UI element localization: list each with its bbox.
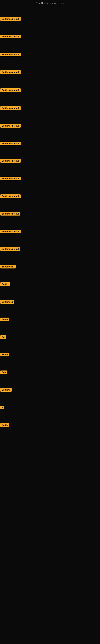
bottleneck-badge-15[interactable]: Bottleneck r [0,265,16,268]
bottleneck-badge-9[interactable]: Bottleneck result [0,159,21,162]
bottleneck-badge-23[interactable]: B [0,406,4,409]
bottleneck-badge-10[interactable]: Bottleneck result [0,177,21,180]
bottleneck-badge-16[interactable]: Bottlen [0,282,10,286]
bottleneck-badge-22[interactable]: Bottlene [0,388,12,392]
bottleneck-badge-21[interactable]: Bott [0,370,7,374]
badges-container: Bottleneck resultBottleneck resultBottle… [0,6,100,644]
site-title-container: TheBottlenecker.com [0,0,100,6]
bottleneck-badge-8[interactable]: Bottleneck result [0,142,21,145]
bottleneck-badge-3[interactable]: Bottleneck result [0,53,21,56]
bottleneck-badge-17[interactable]: Bottleneck [0,300,14,304]
bottleneck-badge-6[interactable]: Bottleneck result [0,106,21,110]
bottleneck-badge-5[interactable]: Bottleneck result [0,88,21,92]
bottleneck-badge-14[interactable]: Bottleneck resul [0,247,20,251]
bottleneck-badge-11[interactable]: Bottleneck result [0,194,21,198]
bottleneck-badge-13[interactable]: Bottleneck result [0,230,21,233]
bottleneck-badge-4[interactable]: Bottleneck result [0,70,21,74]
bottleneck-badge-7[interactable]: Bottleneck result [0,124,21,128]
bottleneck-badge-20[interactable]: Bottle [0,353,9,356]
bottleneck-badge-24[interactable]: Bottle [0,423,9,427]
site-title: TheBottlenecker.com [0,0,100,6]
bottleneck-badge-2[interactable]: Bottleneck result [0,34,21,38]
bottleneck-badge-12[interactable]: Bottleneck resul [0,212,20,216]
bottleneck-badge-19[interactable]: Bo [0,335,6,339]
bottleneck-badge-18[interactable]: Bottle [0,318,9,321]
bottleneck-badge-1[interactable]: Bottleneck result [0,17,21,21]
